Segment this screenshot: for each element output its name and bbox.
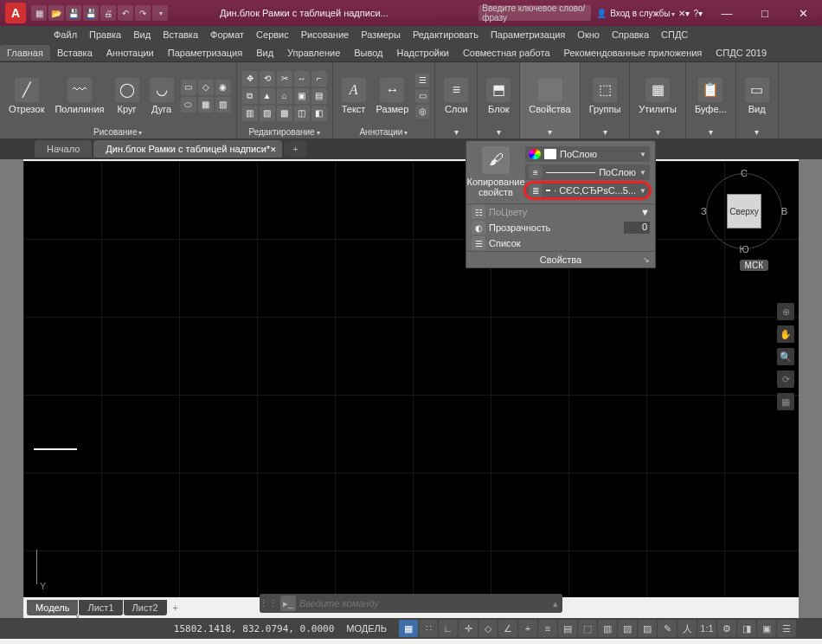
mini-draw-icon[interactable]: ▦ <box>198 97 214 113</box>
viewcube-south[interactable]: Ю <box>739 244 748 254</box>
nav-orbit-icon[interactable]: ⟳ <box>777 370 794 388</box>
mini-edit-icon[interactable]: ▤ <box>311 88 327 104</box>
panel-layers-expand[interactable]: ▾ <box>454 126 459 137</box>
tool-polyline[interactable]: 〰Полилиния <box>51 76 107 116</box>
menu-edit[interactable]: Правка <box>84 28 126 42</box>
help-icon[interactable]: ?▾ <box>693 9 703 18</box>
match-properties-label[interactable]: Копирование свойств <box>466 177 524 197</box>
nav-pan-icon[interactable]: ✋ <box>777 325 794 343</box>
mini-edit-icon[interactable]: ⌐ <box>311 71 327 87</box>
menu-service[interactable]: Сервис <box>251 28 294 42</box>
tool-properties[interactable]: Свойства <box>525 76 574 116</box>
toggle-lwt-icon[interactable]: ≡ <box>538 620 557 637</box>
panel-draw-label[interactable]: Рисование <box>93 126 142 137</box>
nav-showmotion-icon[interactable]: ▦ <box>777 393 794 410</box>
tool-dimension[interactable]: ↔Размер <box>373 76 413 116</box>
viewcube-west[interactable]: З <box>701 206 707 216</box>
panel-groups-expand[interactable]: ▾ <box>603 126 607 137</box>
tool-view[interactable]: ▭Вид <box>742 76 773 116</box>
drawing-tab-start[interactable]: Начало <box>35 140 92 158</box>
command-line[interactable]: ⋮⋮ ▸_ ▴ <box>260 594 562 613</box>
cmdline-grip-icon[interactable]: ⋮⋮ <box>260 598 277 609</box>
linetype-selector[interactable]: ≣ · СЄС‚СЂРѕС...5... ▼ <box>525 183 650 198</box>
tab-add-layout[interactable]: + <box>168 600 183 615</box>
ribbon-tab-output[interactable]: Вывод <box>347 45 389 61</box>
panel-props-expand[interactable]: ▾ <box>548 126 552 137</box>
drawn-line-segment[interactable] <box>34 448 77 450</box>
tool-util[interactable]: ▦Утилиты <box>635 76 680 116</box>
toggle-ortho-icon[interactable]: ∟ <box>439 620 458 637</box>
transparency-value[interactable]: 0 <box>624 222 650 234</box>
mini-edit-icon[interactable]: ◧ <box>311 106 327 121</box>
qat-saveas-icon[interactable]: 💾 <box>83 5 99 21</box>
menu-view[interactable]: Вид <box>128 28 156 42</box>
match-properties-icon[interactable]: 🖌 <box>482 146 510 174</box>
toggle-custom-icon[interactable]: ☰ <box>777 620 796 637</box>
mini-annot-icon[interactable]: ◎ <box>415 105 429 119</box>
mini-annot-icon[interactable]: ▭ <box>415 89 429 103</box>
tab-layout1[interactable]: Лист1 <box>79 600 122 615</box>
menu-insert[interactable]: Вставка <box>157 28 203 42</box>
ribbon-tab-annotate[interactable]: Аннотации <box>100 45 161 61</box>
menu-spds[interactable]: СПДС <box>656 28 693 42</box>
tab-layout2[interactable]: Лист2 <box>124 600 167 615</box>
ribbon-tab-param[interactable]: Параметризация <box>161 45 249 61</box>
coords-readout[interactable]: 15802.1418, 832.0794, 0.0000 <box>174 623 334 634</box>
toggle-sc-icon[interactable]: ▥ <box>598 620 617 637</box>
panel-annot-label[interactable]: Аннотации <box>359 126 408 137</box>
command-input[interactable] <box>299 598 549 609</box>
menu-file[interactable]: Файл <box>48 28 82 42</box>
cmdline-recent-icon[interactable]: ▴ <box>549 598 562 609</box>
properties-panel-footer[interactable]: Свойства↘ <box>466 251 655 267</box>
toggle-ws-icon[interactable]: ✎ <box>658 620 677 637</box>
signin-label[interactable]: Вход в службы <box>610 9 675 18</box>
mini-edit-icon[interactable]: ▲ <box>260 88 275 104</box>
toggle-iso-icon[interactable]: ◨ <box>737 620 756 637</box>
toggle-am-icon[interactable]: ▧ <box>618 620 637 637</box>
menu-modify[interactable]: Редактировать <box>408 28 484 42</box>
ribbon-tab-spds[interactable]: СПДС 2019 <box>709 45 774 61</box>
mini-edit-icon[interactable]: ◫ <box>294 106 310 121</box>
toggle-dyninput-icon[interactable]: + <box>518 620 537 637</box>
ribbon-tab-addons[interactable]: Надстройки <box>390 45 456 61</box>
cmdline-prompt-icon[interactable]: ▸_ <box>280 596 296 611</box>
qat-undo-icon[interactable]: ↶ <box>118 5 133 21</box>
tool-groups[interactable]: ⬚Группы <box>586 76 625 116</box>
mini-edit-icon[interactable]: ↔ <box>294 71 310 87</box>
menu-format[interactable]: Формат <box>205 28 249 42</box>
nav-zoom-icon[interactable]: 🔍 <box>777 348 794 365</box>
close-button[interactable]: ✕ <box>784 0 822 26</box>
toggle-tpy-icon[interactable]: ▤ <box>558 620 577 637</box>
tool-line[interactable]: ╱Отрезок <box>5 76 48 116</box>
transparency-row[interactable]: ◐ Прозрачность 0 <box>466 220 655 235</box>
lineweight-selector[interactable]: ≡ ПоСлою ▼ <box>525 164 650 180</box>
qat-new-icon[interactable]: ▦ <box>31 5 47 21</box>
mini-draw-icon[interactable]: ▭ <box>181 80 196 95</box>
panel-properties[interactable]: Свойства ▾ <box>520 62 580 138</box>
toggle-clean-icon[interactable]: ▣ <box>757 620 776 637</box>
viewcube[interactable]: Сверху С Ю В З <box>703 170 786 253</box>
toggle-gear-icon[interactable]: ⚙ <box>717 620 736 637</box>
toggle-otrack-icon[interactable]: ∠ <box>498 620 517 637</box>
qat-print-icon[interactable]: 🖨 <box>100 5 116 21</box>
mini-draw-icon[interactable]: ▧ <box>215 97 231 113</box>
mini-edit-icon[interactable]: ✥ <box>242 71 258 87</box>
toggle-qp-icon[interactable]: ⬚ <box>578 620 597 637</box>
color-selector[interactable]: ПоСлою ▼ <box>525 146 650 162</box>
app-logo[interactable]: A <box>5 3 26 23</box>
mini-edit-icon[interactable]: ⧉ <box>242 88 258 104</box>
help-search-input[interactable]: Введите ключевое слово/фразу <box>478 5 591 21</box>
ribbon-tab-view[interactable]: Вид <box>249 45 280 61</box>
toggle-polar-icon[interactable]: ✛ <box>459 620 478 637</box>
list-button[interactable]: ☰ Список <box>466 235 655 251</box>
viewcube-east[interactable]: В <box>781 206 787 216</box>
ribbon-tab-recapps[interactable]: Рекомендованные приложения <box>557 45 710 61</box>
viewcube-north[interactable]: С <box>741 168 748 178</box>
menu-param[interactable]: Параметризация <box>485 28 570 42</box>
ribbon-tab-insert[interactable]: Вставка <box>50 45 100 61</box>
drawing-canvas[interactable]: Y X <box>23 161 799 597</box>
mini-draw-icon[interactable]: ◇ <box>198 80 214 95</box>
panel-util-expand[interactable]: ▾ <box>656 126 660 137</box>
exchange-icon[interactable]: ✕▾ <box>678 9 690 18</box>
ribbon-tab-collab[interactable]: Совместная работа <box>456 45 557 61</box>
